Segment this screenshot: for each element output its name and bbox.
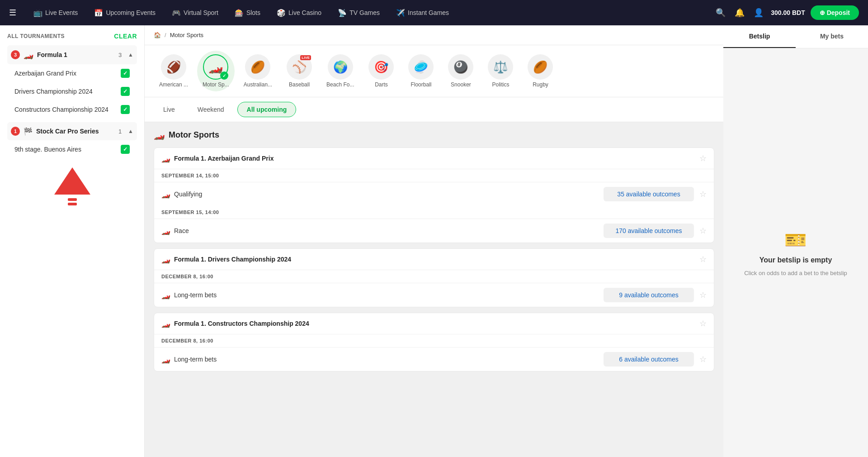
american-circle: 🏈 [161,54,186,80]
sport-icon-darts[interactable]: 🎯 Darts [363,51,399,91]
tab-mybets[interactable]: My bets [796,25,868,48]
constructors-longterm-star[interactable]: ☆ [699,354,707,364]
sidebar-group-stockcar: 1 🏁 Stock Car Pro Series 1 ▲ 9th stage. … [7,122,137,158]
sport-icon-rugby[interactable]: 🏉 Rugby [522,51,558,91]
constructors-card-header: 🏎️ Formula 1. Constructors Championship … [154,313,714,334]
sport-icon-beachfootball[interactable]: 🌍 Beach Fo... [321,51,359,91]
sidebar-header: ALL TOURNAMENTS Clear [7,33,137,40]
filter-tabs: Live Weekend All upcoming [145,97,723,122]
azerbaijan-card-header: 🏎️ Formula 1. Azerbaijan Grand Prix ☆ [154,148,714,169]
qualifying-star[interactable]: ☆ [699,189,707,199]
sidebar-title: ALL TOURNAMENTS [7,33,65,39]
nav-live-events[interactable]: 📺 Live Events [27,5,84,21]
drivers-label: Drivers Championship 2024 [14,88,93,95]
constructors-event-name: Formula 1. Constructors Championship 202… [174,320,309,327]
constructors-star[interactable]: ☆ [699,319,707,328]
breadcrumb: 🏠 / Motor Sports [145,25,723,45]
ticket-icon: 🎫 [784,229,807,251]
constructors-checkbox[interactable]: ✓ [121,105,130,114]
sport-icon-floorball[interactable]: 🥏 Floorball [403,51,439,91]
motorsports-active-check: ✓ [220,71,228,80]
formula1-badge: 3 [11,50,20,59]
sport-icon-politics[interactable]: ⚖️ Politics [482,51,519,91]
drivers-outcomes-btn[interactable]: 9 available outcomes [604,288,694,302]
formula1-expand-icon: ▲ [128,52,133,58]
sidebar-item-drivers[interactable]: Drivers Championship 2024 ✓ [7,82,137,100]
constructors-longterm-row: 🏎️ Long-term bets 6 available outcomes ☆ [154,348,714,371]
baseball-circle: ⚾ LIVE [287,54,312,80]
tab-all-upcoming[interactable]: All upcoming [237,102,297,117]
center-content: 🏠 / Motor Sports 🏈 American ... 🏎️ ✓ Mot… [145,25,723,457]
bell-icon[interactable]: 🔔 [733,6,746,19]
f1-icon-azerbaijan: 🏎️ [161,154,170,163]
stockcar-group-name: Stock Car Pro Series [36,128,115,135]
nav-slots[interactable]: 🎰 Slots [228,5,267,21]
sport-icon-american[interactable]: 🏈 American ... [154,51,193,91]
nav-tv-games[interactable]: 📡 TV Games [331,5,386,21]
balance-display: 300.00 BDT [771,9,805,16]
azerbaijan-star[interactable]: ☆ [699,153,707,163]
darts-circle: 🎯 [368,54,394,80]
sidebar-item-azerbaijan[interactable]: Azerbaijan Grand Prix ✓ [7,64,137,82]
qualifying-name: Qualifying [174,190,202,198]
drivers-checkbox[interactable]: ✓ [121,87,130,96]
formula1-group-header[interactable]: 3 🏎️ Formula 1 3 ▲ [7,45,137,64]
azerbaijan-label: Azerbaijan Grand Prix [14,70,76,77]
user-icon[interactable]: 👤 [752,6,765,19]
nav-upcoming-events[interactable]: 📅 Upcoming Events [88,5,162,21]
stockcar-count: 1 [118,128,122,135]
race-star[interactable]: ☆ [699,226,707,236]
stockcar-group-header[interactable]: 1 🏁 Stock Car Pro Series 1 ▲ [7,122,137,140]
stockcar-sport-icon: 🏁 [24,127,33,136]
drivers-star[interactable]: ☆ [699,254,707,264]
motorsports-circle: 🏎️ ✓ [203,54,228,80]
nav-live-events-label: Live Events [45,9,78,16]
drivers-longterm-star[interactable]: ☆ [699,290,707,300]
race-row: 🏎️ Race 170 available outcomes ☆ [154,219,714,243]
formula1-sport-icon: 🏎️ [24,50,33,60]
f1-icon-qualifying: 🏎️ [161,190,170,199]
snooker-circle: 🎱 [448,54,473,80]
hamburger-menu[interactable]: ☰ [9,8,16,18]
sport-icon-australian[interactable]: 🏉 Australian... [238,51,278,91]
constructors-outcomes-btn[interactable]: 6 available outcomes [604,352,694,367]
drivers-longterm-left: 🏎️ Long-term bets [161,291,217,300]
upcoming-events-icon: 📅 [94,9,103,17]
tab-weekend[interactable]: Weekend [188,102,234,117]
buenosaires-checkbox[interactable]: ✓ [121,145,130,154]
azerbaijan-checkbox[interactable]: ✓ [121,69,130,78]
clear-button[interactable]: Clear [114,33,137,40]
virtual-sport-icon: 🎮 [172,9,181,17]
qualifying-row: 🏎️ Qualifying 35 available outcomes ☆ [154,182,714,206]
section-icon: 🏎️ [154,129,165,140]
tab-live[interactable]: Live [154,102,184,117]
stockcar-expand-icon: ▲ [128,128,133,134]
darts-label: Darts [375,81,388,88]
qualifying-outcomes-btn[interactable]: 35 available outcomes [604,187,694,201]
section-title-text: Motor Sports [169,130,219,140]
snooker-label: Snooker [451,81,471,88]
sidebar-item-buenosaires[interactable]: 9th stage. Buenos Aires ✓ [7,140,137,158]
tab-betslip[interactable]: Betslip [723,25,796,48]
constructors-longterm-right: 6 available outcomes ☆ [604,352,707,367]
race-outcomes-btn[interactable]: 170 available outcomes [604,224,694,238]
sidebar: ALL TOURNAMENTS Clear 3 🏎️ Formula 1 3 ▲… [0,25,145,457]
f1-icon-longterm2: 🏎️ [161,355,170,364]
race-left: 🏎️ Race [161,227,189,235]
nav-instant-games[interactable]: ✈️ Instant Games [390,5,455,21]
drivers-longterm-row: 🏎️ Long-term bets 9 available outcomes ☆ [154,283,714,307]
stockcar-badge: 1 [11,127,20,136]
constructors-title-row: 🏎️ Formula 1. Constructors Championship … [161,319,309,328]
sport-icon-snooker[interactable]: 🎱 Snooker [443,51,479,91]
home-icon[interactable]: 🏠 [154,32,161,38]
nav-virtual-sport[interactable]: 🎮 Virtual Sport [165,5,225,21]
azerbaijan-title-row: 🏎️ Formula 1. Azerbaijan Grand Prix [161,154,274,163]
constructors-longterm-name: Long-term bets [174,356,217,363]
sport-icon-baseball[interactable]: ⚾ LIVE Baseball [281,51,317,91]
deposit-button[interactable]: ⊕ Deposit [811,5,859,20]
nav-live-casino[interactable]: 🎲 Live Casino [270,5,328,21]
sidebar-item-constructors[interactable]: Constructors Championship 2024 ✓ [7,100,137,119]
betslip-empty: 🎫 Your betslip is empty Click on odds to… [723,48,868,457]
sport-icon-motorsports[interactable]: 🏎️ ✓ Motor Sp... [197,51,235,91]
search-icon[interactable]: 🔍 [714,6,727,19]
